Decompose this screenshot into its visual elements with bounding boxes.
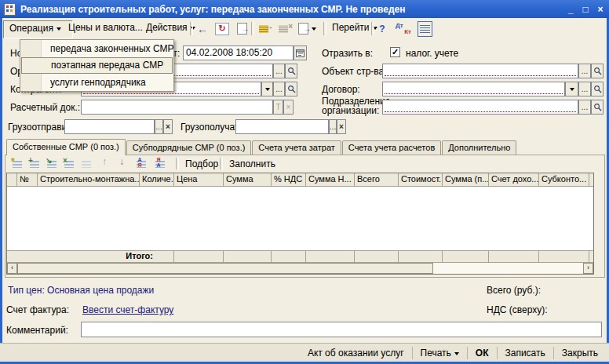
column-header-cost[interactable]: Стоимост... [399,173,443,186]
save-button[interactable]: Записать [498,344,553,362]
sort-ascending-button[interactable]: АЯ [135,158,150,170]
column-header-amount[interactable]: Сумма [224,173,272,186]
act-of-services-button[interactable]: Акт об оказании услуг [300,344,412,362]
cancel-posting-button[interactable]: × [274,20,293,37]
organization-select-button[interactable]: ... [273,64,285,78]
consignee-field[interactable] [235,119,329,134]
post-and-close-button[interactable]: → [294,20,320,37]
footer-button-bar: Акт об оказании услуг Печать ОК Записать… [0,343,609,362]
organization-open-button[interactable] [285,64,297,78]
table-body[interactable] [7,187,593,250]
consignee-select-button[interactable]: ... [329,119,337,134]
consignor-field[interactable] [64,119,155,134]
calendar-button[interactable] [294,46,307,60]
scrollbar-thumb[interactable] [17,263,433,274]
move-up-button[interactable]: ↑ [99,158,114,170]
tab-additional[interactable]: Дополнительно [442,140,516,155]
contract-open-button[interactable] [591,82,604,96]
goto-label: Перейти [332,22,370,33]
column-header-total[interactable]: Всего [355,173,399,186]
consignee-clear-button[interactable]: × [337,119,346,134]
row-marker-column-header[interactable] [7,173,17,186]
chevron-down-icon [57,27,61,33]
ok-button[interactable]: ОК [468,344,497,362]
division-open-button[interactable] [591,100,604,115]
construction-object-select-button[interactable]: ... [578,64,591,78]
consignor-clear-button[interactable]: × [163,119,173,134]
report-icon [418,21,432,37]
reread-document-button[interactable]: → [232,20,251,37]
scrollbar-track[interactable] [433,263,583,274]
invoice-label: Счет фактура: [6,304,69,315]
tab-cost-accounts[interactable]: Счета учета затрат [252,140,341,155]
print-button[interactable]: Печать [413,344,467,362]
date-field[interactable]: 04.02.2008 18:05:20 [183,46,294,60]
construction-object-field[interactable] [382,64,578,78]
column-header-number[interactable]: № [17,173,38,186]
tab-settlement-accounts[interactable]: Счета учета расчетов [342,140,441,155]
operation-dropdown-menu: передача законченных СМР поэтапная перед… [20,39,174,92]
end-edit-button[interactable] [80,158,95,170]
column-header-price[interactable]: Цена [174,173,224,186]
comment-label: Комментарий: [6,325,68,336]
calendar-icon [296,49,304,57]
post-document-button[interactable]: → [254,20,273,37]
counterparty-open-button[interactable] [285,82,297,96]
counterparty-select-button[interactable]: ... [273,82,285,96]
close-form-button[interactable]: Закрыть [554,344,606,362]
maximize-button[interactable]: □ [579,4,592,15]
column-header-vat-amount[interactable]: Сумма Н... [306,173,355,186]
prices-currency-button[interactable]: Цены и валюта... [63,20,148,37]
print-label: Печать [421,348,451,359]
contract-dropdown-button[interactable] [565,82,578,96]
column-header-smr-works[interactable]: Строительно-монтажна... [38,173,140,186]
menu-item-staged-smr[interactable]: поэтапная передача СМР [21,57,173,74]
division-field[interactable] [382,100,578,115]
scroll-left-button[interactable]: ‹ [7,263,17,274]
totals-label-cell: Итого: [7,251,174,262]
move-down-button[interactable]: ↓ [116,158,131,170]
add-row-button[interactable]: * [11,158,26,170]
pick-button[interactable]: Подбор [179,157,224,171]
help-button[interactable]: ? [374,20,390,37]
tab-own-smr[interactable]: Собственные СМР (0 поз.) [6,139,126,155]
comment-field[interactable] [81,322,602,337]
sort-descending-button[interactable]: ЯА [154,158,169,170]
enter-invoice-link[interactable]: Ввести счет-фактуру [82,304,173,315]
contract-select-button[interactable]: ... [578,82,591,96]
delete-row-button[interactable]: × [63,158,78,170]
price-type-link[interactable]: Тип цен: Основная цена продажи [8,285,154,296]
menu-item-finished-smr[interactable]: передача законченных СМР [21,41,173,57]
document-structure-button[interactable] [415,20,434,37]
show-postings-button[interactable]: ДтКт [393,20,414,37]
chevron-down-icon [265,88,270,93]
column-header-amount-plan[interactable]: Сумма (п... [443,173,489,186]
column-header-vat-percent[interactable]: % НДС [272,173,306,186]
copy-row-button[interactable]: + [28,158,43,170]
previous-document-button[interactable]: ← [193,20,212,37]
edit-row-button[interactable]: ↘ [46,158,60,170]
fill-button[interactable]: Заполнить [223,157,282,171]
counterparty-dropdown-button[interactable] [261,82,273,96]
refresh-button[interactable]: ↻ [213,20,232,37]
column-header-income-account[interactable]: Счет дохо... [489,173,539,186]
close-button[interactable]: × [594,4,607,15]
settlement-doc-field[interactable] [81,100,273,115]
construction-object-open-button[interactable] [591,64,604,78]
settlement-doc-clear-button[interactable]: × [283,100,294,115]
scroll-right-button[interactable]: › [583,263,593,274]
tax-accounting-label: налог. учете [406,48,458,59]
totals-cell [443,251,489,262]
settlement-doc-text-button[interactable]: Т [273,100,283,115]
column-header-quantity[interactable]: Количе... [140,173,174,186]
tab-sub-smr[interactable]: Субподрядные СМР (0 поз.) [126,140,252,155]
contract-field[interactable] [382,82,565,96]
division-select-button[interactable]: ... [578,100,591,115]
menu-item-general-contractor-services[interactable]: услуги генподрядчика [21,75,173,91]
column-header-subconto[interactable]: Субконто... [539,173,589,186]
ellipsis-icon: ... [582,103,588,111]
table-header-row: № Строительно-монтажна... Количе... Цена… [7,173,593,187]
minimize-button[interactable]: _ [564,4,577,15]
consignor-select-button[interactable]: ... [155,119,163,134]
tax-accounting-checkbox[interactable]: ✓ [390,47,400,57]
